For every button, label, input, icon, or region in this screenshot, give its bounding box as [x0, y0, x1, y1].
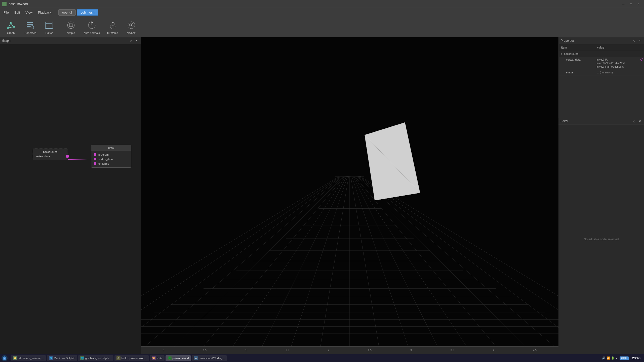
tab-polymesh[interactable]: polymesh — [77, 9, 98, 16]
editor-panel-title: Editor — [560, 119, 568, 123]
taskbar-app-krita[interactable]: 🎨 Krita — [150, 355, 165, 361]
taskbar-app-possumwood[interactable]: 🌲 possumwood — [166, 355, 191, 361]
editor-icon — [44, 20, 54, 30]
taskbar-sep-1 — [9, 356, 9, 361]
window-controls: ─ □ ✕ — [620, 1, 642, 7]
window-title: possumwood — [9, 2, 28, 6]
restore-button[interactable]: □ — [627, 1, 634, 7]
background-vertex-port: vertex_data — [35, 154, 65, 158]
taskbar-app-hdrihaven[interactable]: 📁 hdrihaven_envmap... — [11, 355, 46, 361]
tray-icon-1[interactable]: 🔊 — [602, 356, 606, 360]
clock[interactable]: 23:43 — [630, 356, 642, 360]
svg-rect-7 — [27, 24, 33, 25]
svg-text:K: K — [4, 357, 5, 359]
taskbar-app-build[interactable]: ⚙ build : possumwoo... — [114, 355, 149, 361]
toolbar-auto-normals-button[interactable]: auto normals — [81, 18, 103, 36]
menu-view[interactable]: View — [23, 10, 35, 15]
svg-point-9 — [31, 26, 33, 28]
taskbar-right: 🔊 📶 🔋 ▲ GPU 23:43 — [602, 356, 642, 360]
editor-close-button[interactable]: ✕ — [637, 119, 642, 123]
vertex-port-dot — [94, 158, 96, 160]
menu-edit[interactable]: Edit — [12, 10, 22, 15]
toolbar-editor-button[interactable]: Editor — [40, 18, 58, 36]
value-col-header: value — [595, 44, 644, 51]
graph-close-button[interactable]: ✕ — [134, 38, 139, 43]
viewport[interactable]: 0 0.5 1 1.5 2 2.5 3 3.5 4 4.5 — [141, 37, 558, 354]
auto-normals-icon — [87, 20, 97, 30]
close-button[interactable]: ✕ — [635, 1, 642, 7]
svg-line-3 — [8, 23, 11, 28]
properties-pin-button[interactable]: ◇ — [632, 38, 636, 43]
toolbar-skybox-button[interactable]: skybox — [123, 18, 140, 36]
taskbar-app-glsl[interactable]: 🌐 glsl background pla... — [78, 355, 113, 361]
taskbar-app-owncloud[interactable]: ☁ ~/owncloud/Coding... — [192, 355, 227, 361]
draw-node-ports: program vertex_data uniforms — [91, 151, 131, 167]
graph-panel-title: Graph — [2, 39, 10, 42]
possumwood-label: possumwood — [173, 357, 189, 360]
tab-opengl[interactable]: opengl — [58, 9, 76, 16]
draw-node-title: draw — [91, 145, 131, 151]
connection-svg — [0, 44, 141, 354]
timeline-15: 1.5 — [286, 349, 289, 352]
svg-rect-6 — [27, 22, 33, 23]
editor-panel: Editor ◇ ✕ No editable node selected — [558, 118, 644, 354]
timeline-2: 2 — [328, 349, 329, 352]
graph-pin-button[interactable]: ◇ — [129, 38, 133, 43]
properties-label: Properties — [24, 31, 36, 34]
build-label: build : possumwoo... — [122, 357, 147, 360]
toolbar-simple-button[interactable]: simple — [62, 18, 80, 36]
taskbar: K 📁 hdrihaven_envmap... 🐬 Martin — Dolph… — [0, 354, 644, 362]
taskbar-app-dolphin[interactable]: 🐬 Martin — Dolphin — [47, 355, 77, 361]
background-node[interactable]: background vertex_data — [33, 149, 68, 160]
graph-icon — [6, 20, 16, 30]
svg-rect-8 — [27, 26, 31, 27]
kde-button[interactable]: K — [2, 355, 8, 361]
menu-file[interactable]: File — [1, 10, 11, 15]
owncloud-label: ~/owncloud/Coding... — [199, 357, 225, 360]
menu-playback[interactable]: Playback — [35, 10, 54, 15]
status-item: status — [559, 70, 595, 75]
background-group-row: ▾ background — [559, 51, 644, 57]
graph-label: Graph — [7, 31, 15, 34]
svg-line-4 — [11, 23, 14, 27]
svg-point-27 — [131, 24, 132, 26]
editor-empty-text: No editable node selected — [584, 238, 619, 241]
status-value: ⬚ (no errors) — [595, 70, 644, 75]
graph-canvas[interactable]: background vertex_data draw program ver — [0, 44, 141, 354]
simple-label: simple — [67, 31, 75, 34]
minimize-button[interactable]: ─ — [620, 1, 627, 7]
properties-close-button[interactable]: ✕ — [637, 38, 642, 43]
draw-node[interactable]: draw program vertex_data uniforms — [91, 145, 131, 168]
uniforms-port-dot — [94, 162, 96, 165]
draw-vertex-port: vertex_data — [94, 157, 129, 161]
possumwood-icon: 🌲 — [168, 356, 172, 360]
tray-icon-2[interactable]: 📶 — [607, 356, 610, 360]
svg-point-16 — [67, 24, 74, 27]
program-port-dot — [94, 153, 96, 156]
timeline-3: 3 — [410, 349, 412, 352]
editor-panel-header: Editor ◇ ✕ — [558, 118, 644, 125]
svg-point-23 — [110, 26, 115, 27]
vertex-data-connector[interactable] — [640, 58, 643, 61]
toolbar-properties-button[interactable]: Properties — [21, 18, 39, 36]
vertex-data-out-port[interactable] — [66, 155, 69, 158]
system-tray: 🔊 📶 🔋 ▲ — [602, 356, 618, 360]
graph-panel-controls: ◇ ✕ — [129, 38, 139, 43]
timeline-45: 4.5 — [533, 349, 537, 352]
tray-icon-4[interactable]: ▲ — [616, 357, 618, 359]
uniforms-label: uniforms — [98, 162, 109, 165]
editor-pin-button[interactable]: ◇ — [632, 119, 636, 123]
program-label: program — [98, 153, 109, 156]
expand-arrow[interactable]: ▾ — [561, 52, 562, 55]
toolbar-graph-button[interactable]: Graph — [2, 18, 20, 36]
tray-icon-3[interactable]: 🔋 — [611, 356, 615, 360]
owncloud-icon: ☁ — [194, 356, 198, 360]
item-col-header: item — [559, 44, 595, 51]
editor-panel-controls: ◇ ✕ — [632, 119, 642, 123]
turntable-label: turntable — [107, 31, 118, 34]
turntable-icon — [107, 20, 118, 30]
properties-icon — [25, 20, 35, 30]
vertex-data-item: vertex_data — [559, 57, 595, 70]
svg-point-15 — [67, 22, 74, 29]
toolbar-turntable-button[interactable]: turntable — [104, 18, 122, 36]
